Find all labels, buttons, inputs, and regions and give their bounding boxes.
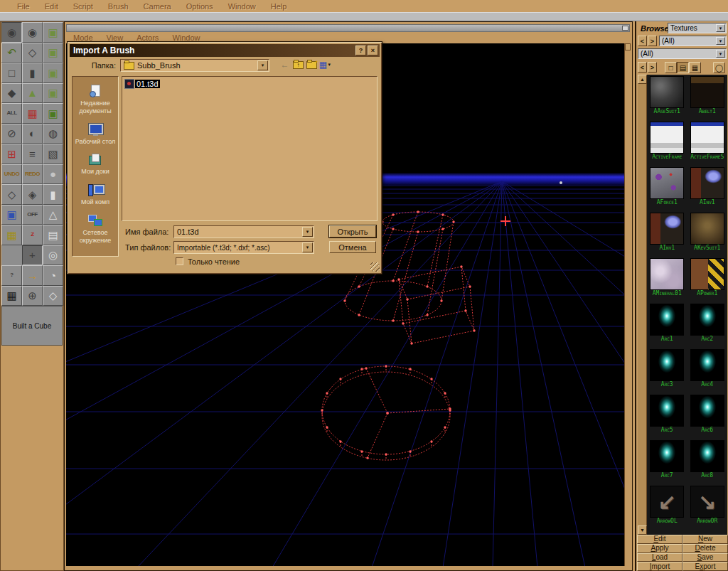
build-cylinder-tool[interactable]: ▮ [43, 184, 63, 205]
texture-next-button[interactable]: > [648, 62, 657, 73]
mirror-tool[interactable]: → [22, 265, 43, 286]
package-dropdown-button[interactable] [716, 37, 725, 45]
texture-arrowol-18[interactable]: ↙ArrowOL [647, 484, 687, 530]
texture-arc3-12[interactable]: Arc3 [647, 348, 687, 393]
add-special-tool[interactable]: ▲ [22, 83, 43, 104]
texture-arc2-11[interactable]: Arc2 [687, 302, 728, 348]
texture-arc5-14[interactable]: Arc5 [647, 393, 687, 439]
browser-category-combobox[interactable]: Textures [668, 23, 727, 33]
browser-save-button[interactable]: Save [682, 553, 728, 562]
texture-arc4-13[interactable]: Arc4 [687, 348, 728, 393]
help-tool[interactable]: ? [1, 265, 22, 286]
texture-ainv1-5[interactable]: AInv1 [687, 166, 728, 211]
scroll-down-button[interactable]: ▼ [638, 525, 647, 535]
filename-combobox[interactable]: 01.t3d [173, 225, 314, 238]
place-my-documents[interactable]: Мои доки [73, 153, 118, 176]
sheet-rotate-tool[interactable]: ◈ [22, 184, 43, 205]
open-button[interactable]: Открыть [329, 225, 376, 238]
menu-item-file[interactable]: File [17, 2, 30, 11]
build-curved-stairs-tool[interactable]: ◔ [43, 265, 63, 286]
texture-aforce1-4[interactable]: AForce1 [647, 166, 687, 211]
texture-scrollbar[interactable]: ▲ ▼ [638, 75, 647, 535]
build-sheet-tool[interactable]: ◇ [43, 286, 63, 306]
folder-dropdown-button[interactable] [257, 60, 268, 70]
texture-arc1-10[interactable]: Arc1 [647, 302, 687, 348]
texture-ainv1-6[interactable]: AInv1 [647, 211, 687, 257]
texture-aasesuit1-0[interactable]: AAseSuit1 [647, 75, 687, 120]
texture-align-tool[interactable]: ▣ [43, 83, 63, 104]
texture-arc6-15[interactable]: Arc6 [687, 393, 728, 439]
up-one-level-icon[interactable]: ↑ [291, 59, 305, 70]
texture-arrowor-19[interactable]: ↘ArrowOR [687, 484, 728, 530]
view-menu-icon[interactable]: ▦▼ [318, 59, 332, 70]
viewport-right-scrollbar[interactable] [624, 43, 631, 566]
radial-grid-tool[interactable]: ⊕ [22, 286, 43, 306]
texture-abelt1-1[interactable]: Abelt1 [687, 75, 728, 120]
menu-item-edit[interactable]: Edit [45, 2, 58, 11]
place-network[interactable]: Сетевое окружение [73, 214, 118, 245]
group-filter-combobox[interactable]: (All) [638, 48, 727, 59]
texture-activeframe-2[interactable]: ActiveFrame [647, 120, 687, 166]
dialog-help-button[interactable]: ? [355, 46, 366, 55]
browser-apply-button[interactable]: Apply [637, 544, 682, 553]
place-my-computer[interactable]: Мой комп [73, 183, 118, 206]
browser-delete-button[interactable]: Delete [682, 544, 728, 553]
sheet-scale-tool[interactable]: ◇ [1, 184, 22, 205]
filename-dropdown-button[interactable] [302, 227, 313, 237]
cancel-button[interactable]: Отмена [329, 241, 376, 253]
group-dropdown-button[interactable] [716, 50, 725, 58]
menu-item-brush[interactable]: Brush [108, 2, 129, 11]
preview-circle-button[interactable]: ◯ [713, 62, 725, 73]
menu-item-help[interactable]: Help [271, 2, 287, 11]
select-semisolid-tool[interactable]: ▣ [43, 103, 63, 124]
invert-selection-tool[interactable]: ◐ [22, 124, 43, 144]
deintersect-tool[interactable]: ⊞ [1, 144, 22, 164]
viewport-titlebar-button[interactable] [622, 26, 628, 31]
dialog-close-button[interactable]: × [368, 46, 378, 55]
texture-arc8-17[interactable]: Arc8 [687, 439, 728, 484]
texture-scale-tool[interactable]: ▣ [43, 63, 63, 83]
filetype-dropdown-button[interactable] [302, 242, 313, 252]
back-icon[interactable]: ← [278, 59, 291, 70]
viewport-scroll-button[interactable] [625, 43, 631, 50]
file-list[interactable]: 01.t3d [122, 76, 378, 221]
menu-item-script[interactable]: Script [73, 2, 93, 11]
intersect-tool[interactable]: ◍ [43, 124, 63, 144]
create-new-folder-icon[interactable]: * [305, 59, 318, 70]
package-filter-combobox[interactable]: (All) [659, 36, 727, 46]
menu-item-options[interactable]: Options [186, 2, 213, 11]
browser-import-button[interactable]: Import [637, 562, 682, 571]
perspective-camera-tool[interactable]: ◉ [22, 22, 43, 43]
texture-apower1-9[interactable]: APower1 [687, 257, 728, 302]
vertex-snap-tool[interactable]: + [22, 245, 43, 266]
top-view-camera-tool[interactable]: ◉ [1, 22, 22, 43]
build-spiral-stairs-tool[interactable]: ◎ [43, 245, 63, 266]
list-view-button[interactable]: ▤ [677, 62, 689, 73]
camera-cross-marker[interactable] [500, 216, 510, 226]
menu-item-window[interactable]: Window [228, 2, 256, 11]
undo-button[interactable]: UNDO [1, 164, 22, 185]
vertex-edit-tool[interactable]: ▣ [1, 205, 22, 225]
brush-order-tool[interactable]: ≡ [22, 144, 43, 164]
package-next-button[interactable]: > [648, 36, 657, 46]
place-recent-documents[interactable]: Недавние документы [73, 85, 118, 115]
brush-sheer-tool[interactable]: ◇ [22, 43, 43, 63]
z-select-tool[interactable]: Z [22, 225, 43, 245]
browser-load-button[interactable]: Load [637, 553, 682, 562]
grid-off-button[interactable]: OFF [22, 205, 43, 225]
build-cone-tool[interactable]: △ [43, 205, 63, 225]
redo-button[interactable]: REDO [22, 164, 43, 185]
brush-stretch-tool[interactable]: ▮ [22, 63, 43, 83]
filetype-combobox[interactable]: Importable (*.t3d; *.dxf; *.asc) [173, 241, 314, 254]
brush-rotate-tool[interactable]: ↶ [1, 43, 22, 63]
single-texture-view-button[interactable]: □ [665, 62, 677, 73]
resize-grip[interactable] [370, 262, 380, 272]
select-all-tool[interactable]: ALL [1, 103, 22, 124]
browser-new-button[interactable]: New [682, 535, 728, 544]
texture-activeframes-3[interactable]: ActiveFrameS [687, 120, 728, 166]
texture-prev-button[interactable]: < [638, 62, 647, 73]
browser-edit-button[interactable]: Edit [637, 535, 682, 544]
category-dropdown-button[interactable] [716, 24, 725, 32]
grid-view-button[interactable]: ▦ [689, 62, 701, 73]
folder-combobox[interactable]: Subb_Brush [120, 59, 269, 72]
